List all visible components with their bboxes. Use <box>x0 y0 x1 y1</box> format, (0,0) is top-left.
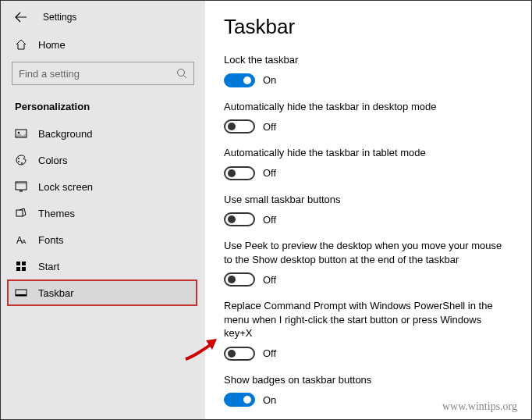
sidebar-item-label: Fonts <box>38 234 64 246</box>
window-title: Settings <box>43 12 76 23</box>
sidebar-item-label: Taskbar <box>38 287 74 299</box>
svg-rect-8 <box>16 182 27 184</box>
setting-label: Replace Command Prompt with Windows Powe… <box>224 299 512 340</box>
search-input[interactable] <box>12 62 194 85</box>
picture-icon <box>15 127 27 140</box>
category-title: Personalization <box>1 96 205 120</box>
home-icon <box>15 38 27 51</box>
toggle-state: On <box>263 394 276 406</box>
search-icon <box>176 68 187 79</box>
svg-point-4 <box>18 158 20 159</box>
themes-icon <box>15 207 27 219</box>
toggle-state: Off <box>263 347 276 359</box>
svg-rect-18 <box>16 294 27 296</box>
sidebar-item-colors[interactable]: Colors <box>1 147 205 173</box>
page-title: Taskbar <box>224 15 512 39</box>
nav-home[interactable]: Home <box>1 32 205 57</box>
svg-rect-10 <box>16 210 23 216</box>
toggle-badges[interactable] <box>224 393 255 407</box>
svg-rect-13 <box>16 262 20 265</box>
sidebar-item-lockscreen[interactable]: Lock screen <box>1 173 205 200</box>
sidebar-item-themes[interactable]: Themes <box>1 200 205 226</box>
setting-label: Lock the taskbar <box>224 53 512 67</box>
setting-label: Show badges on taskbar buttons <box>224 373 512 387</box>
nav-home-label: Home <box>38 39 66 51</box>
setting-label: Use Peek to preview the desktop when you… <box>224 239 512 266</box>
sidebar-item-background[interactable]: Background <box>1 120 205 147</box>
sidebar-item-start[interactable]: Start <box>1 253 205 279</box>
setting-small-buttons: Use small taskbar buttons Off <box>224 193 512 227</box>
setting-replace-powershell: Replace Command Prompt with Windows Powe… <box>224 299 512 361</box>
setting-label: Use small taskbar buttons <box>224 193 512 207</box>
setting-peek: Use Peek to preview the desktop when you… <box>224 239 512 287</box>
setting-lock-taskbar: Lock the taskbar On <box>224 53 512 87</box>
sidebar: Settings Home Personalization Background <box>1 1 205 419</box>
toggle-autohide-desktop[interactable] <box>224 119 255 133</box>
toggle-state: On <box>263 74 276 86</box>
toggle-state: Off <box>263 214 276 226</box>
palette-icon <box>15 154 27 166</box>
toggle-peek[interactable] <box>224 272 255 287</box>
sidebar-item-label: Lock screen <box>38 181 93 193</box>
watermark: www.wintips.org <box>442 400 517 413</box>
svg-point-0 <box>178 69 185 77</box>
svg-text:A: A <box>22 238 27 245</box>
taskbar-icon <box>15 287 27 299</box>
lockscreen-icon <box>15 180 27 193</box>
main-content: Taskbar Lock the taskbar On Automaticall… <box>205 1 531 419</box>
toggle-replace-powershell[interactable] <box>224 347 255 361</box>
sidebar-item-label: Background <box>38 128 92 140</box>
toggle-autohide-tablet[interactable] <box>224 166 255 180</box>
sidebar-item-label: Colors <box>38 155 68 166</box>
svg-point-3 <box>18 132 20 133</box>
fonts-icon: AA <box>15 233 27 246</box>
sidebar-item-taskbar[interactable]: Taskbar <box>7 279 197 306</box>
setting-autohide-tablet: Automatically hide the taskbar in tablet… <box>224 146 512 180</box>
svg-rect-14 <box>22 262 26 265</box>
svg-rect-15 <box>16 267 20 271</box>
svg-point-5 <box>18 161 20 162</box>
svg-rect-9 <box>20 190 23 192</box>
sidebar-item-label: Start <box>38 261 59 272</box>
search-field[interactable] <box>19 68 176 80</box>
sidebar-item-label: Themes <box>38 208 75 219</box>
start-icon <box>15 260 27 272</box>
toggle-small-buttons[interactable] <box>224 212 255 226</box>
toggle-lock-taskbar[interactable] <box>224 73 255 87</box>
toggle-state: Off <box>263 121 276 133</box>
svg-line-1 <box>184 76 187 79</box>
sidebar-item-fonts[interactable]: AA Fonts <box>1 226 205 253</box>
toggle-state: Off <box>263 274 276 286</box>
svg-rect-16 <box>22 267 26 271</box>
back-button[interactable] <box>15 12 27 23</box>
setting-label: Automatically hide the taskbar in tablet… <box>224 146 512 160</box>
setting-autohide-desktop: Automatically hide the taskbar in deskto… <box>224 100 512 134</box>
toggle-state: Off <box>263 167 276 179</box>
setting-label: Automatically hide the taskbar in deskto… <box>224 100 512 114</box>
svg-point-6 <box>21 162 23 164</box>
